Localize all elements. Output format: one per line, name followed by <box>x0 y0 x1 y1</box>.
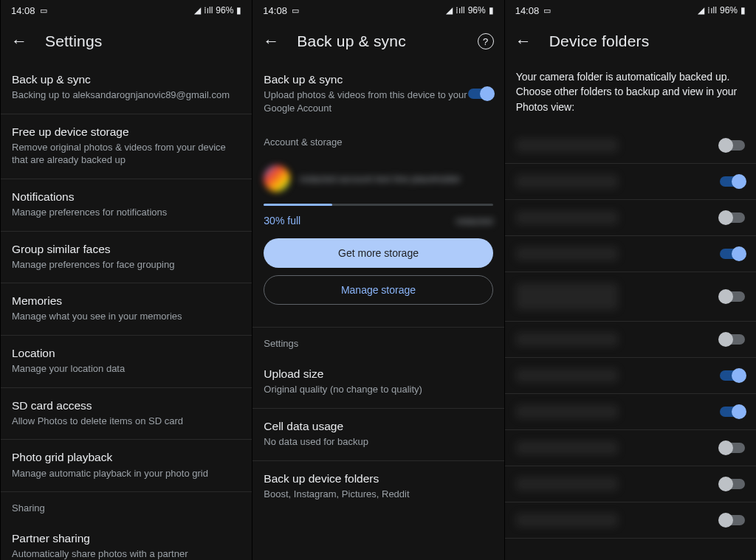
storage-percent: 30% full <box>264 215 300 227</box>
settings-item[interactable]: Group similar facesManage preferences fo… <box>1 232 252 284</box>
item-title: Upload size <box>264 367 492 381</box>
item-sub: Boost, Instagram, Pictures, Reddit <box>264 488 492 501</box>
folder-toggle[interactable] <box>720 176 745 187</box>
folder-name <box>516 139 618 152</box>
folder-toggle[interactable] <box>720 407 745 417</box>
battery-pct: 96% <box>720 5 738 15</box>
settings-screen: 14:08 ▭ ◢ ⁞ıll 96% ▮ ← Settings Back up … <box>0 0 252 560</box>
item-sub: Backing up to aleksandarognjanovic89@gma… <box>12 89 241 102</box>
settings-item[interactable]: LocationManage your location data <box>1 336 252 388</box>
item-title: SD card access <box>12 398 241 413</box>
folder-toggle[interactable] <box>720 370 745 381</box>
sharing-header: Sharing <box>1 492 252 521</box>
battery-icon: ▮ <box>489 5 494 15</box>
backup-sync-screen: 14:08 ▭ ◢ ⁞ıll 96% ▮ ← Back up & sync ? … <box>252 0 504 560</box>
folder-toggle[interactable] <box>720 515 745 525</box>
signal-icon: ⁞ıll <box>204 5 213 15</box>
device-folder-row[interactable] <box>505 358 756 394</box>
device-folder-row[interactable] <box>505 466 756 502</box>
page-title: Settings <box>45 32 102 50</box>
item-title: Location <box>12 346 241 361</box>
app-bar: ← Settings <box>1 21 252 62</box>
storage-block: 30% full redacted Get more storage Manag… <box>252 201 504 328</box>
folder-toggle[interactable] <box>720 334 745 345</box>
status-bar: 14:08 ▭ ◢ ⁞ıll 96% ▮ <box>505 0 756 21</box>
folder-name <box>516 477 618 491</box>
storage-bar <box>264 204 492 206</box>
device-folder-row[interactable] <box>505 236 756 272</box>
backup-sync-master[interactable]: Back up & sync Upload photos & videos fr… <box>252 62 504 126</box>
back-icon[interactable]: ← <box>263 32 279 51</box>
signal-icon: ⁞ıll <box>707 5 717 15</box>
battery-pct: 96% <box>468 5 486 15</box>
folder-toggle[interactable] <box>720 212 745 223</box>
back-icon[interactable]: ← <box>515 32 532 51</box>
device-folders-screen: 14:08 ▭ ◢ ⁞ıll 96% ▮ ← Device folders Yo… <box>504 0 756 560</box>
item-title: Back up & sync <box>12 72 241 87</box>
battery-pct: 96% <box>216 5 233 15</box>
partner-sharing-item[interactable]: Partner sharing Automatically share phot… <box>1 521 252 560</box>
item-sub: Allow Photos to delete items on SD card <box>12 415 241 428</box>
battery-icon: ▮ <box>740 5 746 15</box>
item-sub: Upload photos & videos from this device … <box>264 89 467 114</box>
item-title: Group similar faces <box>12 242 241 257</box>
item-sub: Remove original photos & videos from you… <box>12 141 241 167</box>
settings-item[interactable]: NotificationsManage preferences for noti… <box>1 179 252 232</box>
settings-item[interactable]: SD card accessAllow Photos to delete ite… <box>1 388 252 440</box>
backup-setting-item[interactable]: Upload sizeOriginal quality (no change t… <box>252 356 504 409</box>
settings-item[interactable]: Free up device storageRemove original ph… <box>1 114 252 179</box>
item-sub: Manage preferences for notifications <box>12 206 241 219</box>
folder-toggle[interactable] <box>720 479 745 489</box>
settings-item[interactable]: MemoriesManage what you see in your memo… <box>1 283 252 336</box>
item-sub: Manage what you see in your memories <box>12 310 241 323</box>
backup-setting-item[interactable]: Cell data usageNo data used for backup <box>252 409 504 461</box>
signal-icon: ⁞ıll <box>456 5 465 15</box>
device-folder-row[interactable] <box>505 502 756 539</box>
account-storage-header: Account & storage <box>252 126 504 155</box>
account-row[interactable]: redacted account text line placeholder <box>252 155 504 201</box>
folder-name <box>516 514 618 527</box>
get-more-storage-button[interactable]: Get more storage <box>264 238 492 268</box>
status-time: 14:08 <box>515 5 540 16</box>
storage-used: redacted <box>456 215 493 227</box>
status-bar: 14:08 ▭ ◢ ⁞ıll 96% ▮ <box>252 0 504 21</box>
device-folder-row[interactable] <box>505 322 756 358</box>
folder-toggle[interactable] <box>720 249 745 259</box>
settings-item[interactable]: Photo grid playbackManage automatic play… <box>1 440 252 492</box>
folder-name <box>516 405 618 418</box>
device-folder-row[interactable] <box>505 394 756 430</box>
device-folder-row[interactable] <box>505 200 756 236</box>
folder-toggle[interactable] <box>720 291 745 302</box>
device-folder-row[interactable] <box>505 430 756 466</box>
manage-storage-button[interactable]: Manage storage <box>264 275 492 305</box>
intro-text: Your camera folder is automatically back… <box>505 62 756 128</box>
battery-icon: ▮ <box>236 5 241 15</box>
status-time: 14:08 <box>263 5 287 16</box>
folder-name <box>516 369 618 382</box>
folder-toggle[interactable] <box>720 443 745 453</box>
device-folder-row[interactable] <box>505 272 756 322</box>
page-title: Device folders <box>549 32 650 50</box>
avatar <box>264 165 290 192</box>
back-icon[interactable]: ← <box>11 32 27 51</box>
settings-item[interactable]: Back up & syncBacking up to aleksandarog… <box>1 62 252 114</box>
device-folder-row[interactable] <box>505 128 756 164</box>
item-title: Free up device storage <box>12 125 241 139</box>
folder-name <box>516 175 618 188</box>
folder-toggle[interactable] <box>720 140 745 151</box>
wifi-icon: ◢ <box>446 5 453 15</box>
picture-icon: ▭ <box>292 6 299 15</box>
backup-sync-toggle[interactable] <box>468 89 493 99</box>
backup-setting-item[interactable]: Back up device foldersBoost, Instagram, … <box>252 461 504 513</box>
help-icon[interactable]: ? <box>478 33 494 49</box>
item-title: Cell data usage <box>264 419 492 434</box>
device-folder-row[interactable] <box>505 164 756 200</box>
item-title: Photo grid playback <box>12 450 241 465</box>
item-title: Back up device folders <box>264 471 492 486</box>
item-sub: Original quality (no change to quality) <box>264 383 492 396</box>
item-sub: Automatically share photos with a partne… <box>12 547 241 560</box>
item-sub: No data used for backup <box>264 435 492 449</box>
settings-header: Settings <box>252 328 504 356</box>
item-title: Partner sharing <box>12 531 241 546</box>
wifi-icon: ◢ <box>698 5 704 15</box>
